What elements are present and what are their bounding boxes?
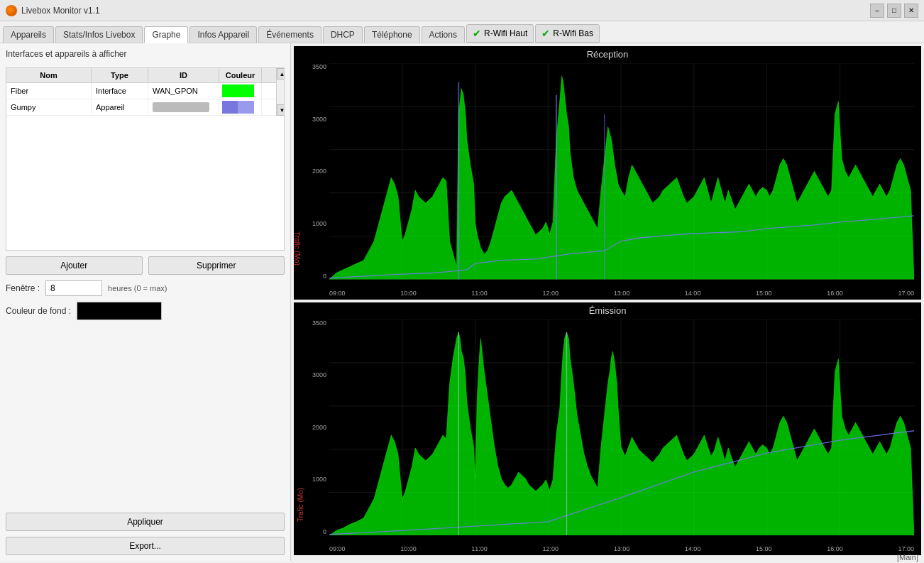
tab-graphe[interactable]: Graphe bbox=[144, 26, 188, 43]
app-title: Livebox Monitor v1.1 bbox=[21, 6, 100, 16]
x-label: 13:00 bbox=[614, 290, 630, 297]
scroll-down[interactable]: ▼ bbox=[277, 104, 285, 116]
apply-button[interactable]: Appliquer bbox=[6, 513, 285, 531]
reception-x-labels: 09:00 10:00 11:00 12:00 13:00 14:00 15:0… bbox=[329, 290, 914, 297]
row2-type: Appareil bbox=[92, 99, 148, 115]
add-remove-row: Ajouter Supprimer bbox=[6, 256, 285, 275]
x-label: 12:00 bbox=[543, 545, 559, 552]
row2-id bbox=[148, 99, 219, 115]
tab-telephone[interactable]: Téléphone bbox=[364, 26, 420, 43]
x-label: 14:00 bbox=[685, 290, 701, 297]
x-label: 10:00 bbox=[400, 290, 417, 297]
section-title: Interfaces et appareils à afficher bbox=[6, 49, 285, 59]
status-text: [Main] bbox=[897, 553, 918, 562]
tab-actions[interactable]: Actions bbox=[422, 26, 465, 43]
status-bar: [Main] bbox=[891, 552, 924, 563]
rwifi-bas-checkbox-icon: ✔ bbox=[541, 28, 550, 39]
x-label: 13:00 bbox=[614, 545, 630, 552]
y-tick: 3500 bbox=[312, 63, 326, 70]
y-tick: 0 bbox=[323, 528, 326, 535]
export-button[interactable]: Export... bbox=[6, 537, 285, 555]
y-tick: 0 bbox=[323, 273, 326, 280]
bgcolor-swatch[interactable] bbox=[77, 302, 162, 320]
tab-evenements[interactable]: Événements bbox=[258, 26, 321, 43]
add-button[interactable]: Ajouter bbox=[6, 256, 143, 275]
rwifi-haut-label: R-Wifi Haut bbox=[484, 28, 527, 38]
app-icon bbox=[6, 5, 17, 16]
reception-y-label: Trafic (Mo) bbox=[294, 173, 301, 299]
y-tick: 3000 bbox=[312, 116, 326, 123]
y-tick: 2000 bbox=[312, 168, 326, 175]
row2-color-swatch[interactable] bbox=[222, 101, 254, 114]
minimize-button[interactable]: – bbox=[870, 4, 884, 18]
row1-nom: Fiber bbox=[6, 83, 92, 99]
emission-x-labels: 09:00 10:00 11:00 12:00 13:00 14:00 15:0… bbox=[329, 545, 914, 552]
remove-button[interactable]: Supprimer bbox=[148, 256, 285, 275]
main-content: Interfaces et appareils à afficher Nom T… bbox=[0, 43, 924, 561]
x-label: 15:00 bbox=[756, 545, 772, 552]
x-label: 15:00 bbox=[756, 290, 772, 297]
window-row: Fenêtre : heures (0 = max) bbox=[6, 280, 285, 296]
reception-title: Réception bbox=[294, 46, 921, 62]
col-couleur: Couleur bbox=[219, 68, 262, 82]
y-tick: 2000 bbox=[312, 424, 326, 431]
col-type: Type bbox=[92, 68, 148, 82]
col-id: ID bbox=[148, 68, 219, 82]
y-tick: 1000 bbox=[312, 476, 326, 483]
row2-id-blurred bbox=[153, 102, 209, 112]
right-panel: Réception Trafic (Mo) 3500 3000 2000 100… bbox=[291, 43, 924, 561]
bgcolor-label: Couleur de fond : bbox=[6, 306, 71, 316]
table-row[interactable]: Fiber Interface WAN_GPON bbox=[6, 83, 276, 99]
bgcolor-row: Couleur de fond : bbox=[6, 302, 285, 320]
row2-nom: Gumpy bbox=[6, 99, 92, 115]
window-controls: – □ ✕ bbox=[870, 4, 918, 18]
y-tick: 3500 bbox=[312, 319, 326, 327]
window-input[interactable] bbox=[45, 280, 102, 296]
left-panel: Interfaces et appareils à afficher Nom T… bbox=[0, 43, 291, 561]
scroll-up[interactable]: ▲ bbox=[277, 68, 285, 80]
x-label: 10:00 bbox=[400, 545, 417, 552]
col-nom: Nom bbox=[6, 68, 92, 82]
reception-chart: Réception Trafic (Mo) 3500 3000 2000 100… bbox=[294, 46, 921, 300]
close-button[interactable]: ✕ bbox=[904, 4, 918, 18]
tab-bar: Appareils Stats/Infos Livebox Graphe Inf… bbox=[0, 21, 924, 43]
tab-infos[interactable]: Infos Appareil bbox=[189, 26, 257, 43]
emission-svg bbox=[329, 319, 914, 536]
row1-type: Interface bbox=[92, 83, 148, 99]
tab-rwifi-haut[interactable]: ✔ R-Wifi Haut bbox=[466, 24, 534, 43]
emission-chart: Émission Trafic (Mo) 3500 3000 2000 1000… bbox=[294, 302, 921, 556]
maximize-button[interactable]: □ bbox=[887, 4, 901, 18]
x-label: 11:00 bbox=[471, 545, 488, 552]
table-scrollbar[interactable]: ▲ ▼ bbox=[276, 68, 285, 116]
x-label: 09:00 bbox=[329, 290, 346, 297]
row1-color bbox=[219, 83, 262, 99]
window-hint: heures (0 = max) bbox=[108, 284, 167, 293]
x-label: 17:00 bbox=[898, 290, 914, 297]
row1-color-swatch[interactable] bbox=[222, 84, 254, 97]
y-tick: 1000 bbox=[312, 220, 326, 227]
rwifi-bas-label: R-Wifi Bas bbox=[553, 28, 593, 38]
tab-appareils[interactable]: Appareils bbox=[3, 26, 54, 43]
table-row[interactable]: Gumpy Appareil bbox=[6, 99, 276, 116]
rwifi-haut-checkbox-icon: ✔ bbox=[473, 28, 481, 39]
x-label: 16:00 bbox=[827, 545, 843, 552]
x-label: 14:00 bbox=[685, 545, 701, 552]
title-bar: Livebox Monitor v1.1 – □ ✕ bbox=[0, 0, 924, 21]
table-header: Nom Type ID Couleur bbox=[6, 68, 276, 83]
table-body: Fiber Interface WAN_GPON Gumpy Appareil bbox=[6, 83, 276, 116]
x-label: 12:00 bbox=[543, 290, 559, 297]
x-label: 11:00 bbox=[471, 290, 488, 297]
window-label: Fenêtre : bbox=[6, 283, 40, 293]
emission-title: Émission bbox=[294, 302, 921, 319]
x-label: 16:00 bbox=[827, 290, 843, 297]
y-tick: 3000 bbox=[312, 371, 326, 378]
interface-table: Nom Type ID Couleur Fiber Interface WAN_… bbox=[6, 67, 285, 251]
x-label: 09:00 bbox=[329, 545, 346, 552]
row1-id: WAN_GPON bbox=[148, 83, 219, 99]
tab-stats[interactable]: Stats/Infos Livebox bbox=[55, 26, 143, 43]
tab-rwifi-bas[interactable]: ✔ R-Wifi Bas bbox=[535, 24, 600, 43]
tab-dhcp[interactable]: DHCP bbox=[323, 26, 363, 43]
row2-color bbox=[219, 99, 262, 115]
reception-svg bbox=[329, 63, 914, 280]
